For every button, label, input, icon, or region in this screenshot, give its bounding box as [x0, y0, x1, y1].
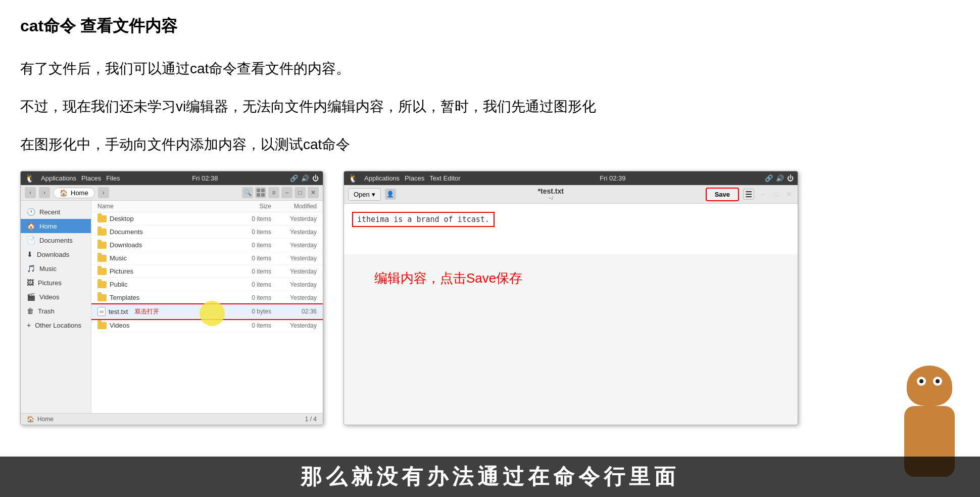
editor-text[interactable]: itheima is a brand of itcast.	[357, 215, 489, 224]
editor-volume-icon: 🔊	[776, 174, 784, 182]
file-list-header: Name Size Modified	[91, 201, 323, 212]
file-modified-templates: Yesterday	[271, 294, 317, 301]
hamburger-menu-button[interactable]: ☰	[743, 189, 754, 200]
sidebar-label-videos: Videos	[39, 293, 60, 301]
sidebar-item-music[interactable]: 🎵 Music	[21, 261, 91, 276]
home-icon: 🏠	[27, 222, 35, 230]
downloads-icon: ⬇	[27, 250, 33, 258]
editor-menu-text-editor[interactable]: Text Editor	[429, 174, 460, 182]
file-size-documents: 0 items	[231, 229, 271, 236]
editor-maximize-button[interactable]: □	[771, 190, 780, 199]
editor-topbar-icons: 🔗 🔊 ⏻	[765, 174, 794, 182]
editor-topbar-time: Fri 02:39	[600, 174, 625, 182]
sidebar-item-downloads[interactable]: ⬇ Downloads	[21, 247, 91, 261]
file-row-downloads[interactable]: Downloads 0 items Yesterday	[91, 239, 323, 252]
file-row-documents[interactable]: Documents 0 items Yesterday	[91, 225, 323, 239]
folder-icon	[97, 294, 107, 301]
recent-icon: 🕐	[27, 208, 35, 216]
editor-icon-button[interactable]: 👤	[385, 189, 396, 200]
save-button[interactable]: Save	[706, 188, 739, 201]
col-size: Size	[231, 203, 271, 210]
folder-icon	[97, 229, 107, 236]
subtitle-bar: 那么就没有办法通过在命令行里面	[0, 457, 980, 497]
mascot-pupil-right	[936, 379, 940, 383]
sidebar-label-other-locations: Other Locations	[35, 322, 81, 329]
status-page: 1 / 4	[305, 416, 317, 423]
topbar-icons: 🔗 🔊 ⏻	[290, 174, 319, 182]
sidebar-item-videos[interactable]: 🎬 Videos	[21, 290, 91, 304]
sidebar-item-documents[interactable]: 📄 Documents	[21, 233, 91, 247]
sidebar-item-home[interactable]: 🏠 Home	[21, 219, 91, 233]
sidebar: 🕐 Recent 🏠 Home 📄 Documents ⬇ Downloads	[21, 201, 91, 413]
file-row-pictures[interactable]: Pictures 0 items Yesterday	[91, 265, 323, 278]
file-row-desktop[interactable]: Desktop 0 items Yesterday	[91, 212, 323, 225]
ubuntu-icon-editor: 🐧	[348, 173, 358, 183]
back-button[interactable]: ‹	[25, 187, 36, 198]
file-row-public[interactable]: Public 0 items Yesterday	[91, 278, 323, 291]
file-name-public: Public	[110, 281, 127, 288]
sidebar-item-pictures[interactable]: 🖼 Pictures	[21, 276, 91, 290]
editor-menu-places[interactable]: Places	[405, 174, 424, 182]
mascot-head	[907, 366, 952, 406]
menu-files[interactable]: Files	[106, 174, 120, 182]
editor-menu-applications[interactable]: Applications	[364, 174, 400, 182]
minimize-button[interactable]: −	[281, 187, 292, 198]
sidebar-label-music: Music	[39, 265, 57, 273]
sidebar-label-home: Home	[39, 222, 57, 230]
menu-items: Applications Places Files	[41, 174, 120, 182]
topbar-left: 🐧 Applications Places Files	[25, 173, 120, 183]
file-row-music[interactable]: Music 0 items Yesterday	[91, 252, 323, 265]
txt-file-icon: txt	[97, 307, 106, 316]
view-list-button[interactable]: ≡	[268, 187, 279, 198]
mascot-eyes	[907, 366, 952, 386]
text-editor-window: 🐧 Applications Places Text Editor Fri 02…	[344, 171, 798, 425]
view-grid-button[interactable]	[255, 187, 266, 198]
file-manager-body: 🕐 Recent 🏠 Home 📄 Documents ⬇ Downloads	[21, 201, 323, 413]
menu-applications[interactable]: Applications	[41, 174, 76, 182]
editor-menu-items: Applications Places Text Editor	[364, 174, 461, 182]
screenshots-row: 🐧 Applications Places Files Fri 02:38 🔗 …	[20, 171, 960, 425]
sidebar-label-downloads: Downloads	[37, 251, 69, 258]
maximize-button[interactable]: □	[295, 187, 306, 198]
ubuntu-icon: 🐧	[25, 173, 35, 183]
file-manager-window: 🐧 Applications Places Files Fri 02:38 🔗 …	[20, 171, 323, 425]
sidebar-item-recent[interactable]: 🕐 Recent	[21, 205, 91, 219]
editor-network-icon: 🔗	[765, 174, 773, 182]
folder-icon	[97, 268, 107, 275]
status-home-label: Home	[37, 416, 54, 423]
editor-minimize-button[interactable]: −	[758, 190, 767, 199]
menu-places[interactable]: Places	[81, 174, 101, 182]
file-modified-downloads: Yesterday	[271, 242, 317, 249]
nav-next-btn[interactable]: ›	[98, 187, 109, 198]
status-home-icon: 🏠	[27, 416, 34, 423]
editor-icon: 👤	[386, 191, 394, 198]
sidebar-label-documents: Documents	[39, 237, 73, 244]
hamburger-icon: ☰	[745, 190, 752, 199]
paragraph-3: 在图形化中，手动向文件内添加内容，以测试cat命令	[20, 133, 960, 156]
close-button[interactable]: ✕	[308, 187, 319, 198]
sidebar-item-trash[interactable]: 🗑 Trash	[21, 304, 91, 318]
editor-title-area: *test.txt ~/	[400, 187, 702, 201]
mascot-pupil-left	[919, 379, 923, 383]
network-icon: 🔗	[290, 174, 298, 182]
file-name-test-txt: test.txt	[109, 308, 128, 315]
file-size-music: 0 items	[231, 255, 271, 262]
forward-button[interactable]: ›	[39, 187, 50, 198]
paragraph-1: 有了文件后，我们可以通过cat命令查看文件的内容。	[20, 58, 960, 80]
editor-close-button[interactable]: ✕	[785, 190, 794, 199]
folder-icon	[97, 255, 107, 262]
add-icon: +	[27, 321, 31, 329]
sidebar-item-other-locations[interactable]: + Other Locations	[21, 318, 91, 332]
editor-body: itheima is a brand of itcast.	[344, 204, 798, 254]
editor-topbar-left: 🐧 Applications Places Text Editor	[348, 173, 461, 183]
status-bar: 🏠 Home 1 / 4	[21, 413, 323, 425]
open-button[interactable]: Open ▾	[348, 188, 381, 201]
home-nav-icon: 🏠	[60, 189, 68, 197]
editor-topbar: 🐧 Applications Places Text Editor Fri 02…	[344, 171, 798, 185]
file-modified-desktop: Yesterday	[271, 215, 317, 222]
open-label: Open	[354, 191, 370, 198]
file-name-documents: Documents	[110, 228, 143, 236]
search-button[interactable]: 🔍	[242, 187, 253, 198]
folder-icon	[97, 322, 107, 329]
editor-toolbar: Open ▾ 👤 *test.txt ~/ Save ☰ − □ ✕	[344, 185, 798, 204]
